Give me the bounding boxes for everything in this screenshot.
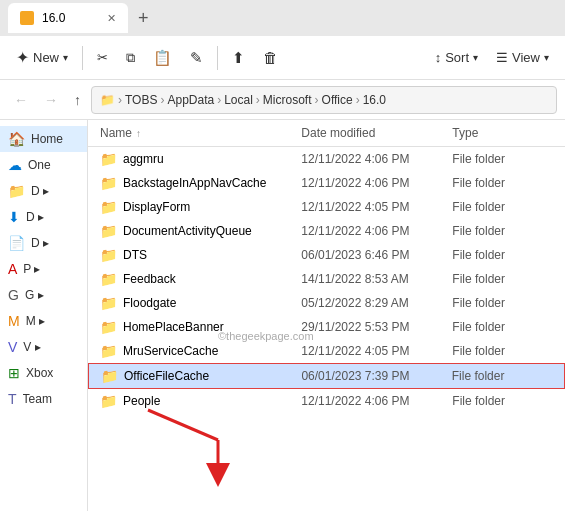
sidebar-item-one[interactable]: ☁ One bbox=[0, 152, 87, 178]
breadcrumb-local[interactable]: Local bbox=[224, 93, 253, 107]
sort-label: Sort bbox=[445, 50, 469, 65]
sidebar-item-p[interactable]: A P ▸ bbox=[0, 256, 87, 282]
file-type-cell: File folder bbox=[452, 272, 553, 286]
file-row[interactable]: 📁 Floodgate 05/12/2022 8:29 AM File fold… bbox=[88, 291, 565, 315]
toolbar-sep-2 bbox=[217, 46, 218, 70]
file-row[interactable]: 📁 DocumentActivityQueue 12/11/2022 4:06 … bbox=[88, 219, 565, 243]
file-row[interactable]: 📁 HomePlaceBanner 29/11/2022 5:53 PM Fil… bbox=[88, 315, 565, 339]
copy-icon: ⧉ bbox=[126, 50, 135, 66]
d1-icon: 📁 bbox=[8, 183, 25, 199]
file-row[interactable]: 📁 OfficeFileCache 06/01/2023 7:39 PM Fil… bbox=[88, 363, 565, 389]
breadcrumb-office[interactable]: Office bbox=[322, 93, 353, 107]
file-row[interactable]: 📁 aggmru 12/11/2022 4:06 PM File folder bbox=[88, 147, 565, 171]
team-icon: T bbox=[8, 391, 17, 407]
cut-button[interactable]: ✂ bbox=[89, 46, 116, 69]
file-date-cell: 12/11/2022 4:06 PM bbox=[301, 176, 452, 190]
home-icon: 🏠 bbox=[8, 131, 25, 147]
folder-icon: 📁 bbox=[100, 271, 117, 287]
file-row[interactable]: 📁 DisplayForm 12/11/2022 4:05 PM File fo… bbox=[88, 195, 565, 219]
sidebar-g-label: G ▸ bbox=[25, 288, 44, 302]
file-name-cell: 📁 People bbox=[100, 393, 301, 409]
folder-icon: 📁 bbox=[100, 175, 117, 191]
sidebar-item-xbox[interactable]: ⊞ Xbox bbox=[0, 360, 87, 386]
sidebar-item-d2[interactable]: ⬇ D ▸ bbox=[0, 204, 87, 230]
folder-icon: 📁 bbox=[100, 319, 117, 335]
sidebar-item-v[interactable]: V V ▸ bbox=[0, 334, 87, 360]
breadcrumb-tobs[interactable]: TOBS bbox=[125, 93, 157, 107]
breadcrumb-appdata[interactable]: AppData bbox=[167, 93, 214, 107]
sort-chevron-icon: ▾ bbox=[473, 52, 478, 63]
back-button[interactable]: ← bbox=[8, 88, 34, 112]
tab-close-btn[interactable]: ✕ bbox=[107, 12, 116, 25]
file-row[interactable]: 📁 People 12/11/2022 4:06 PM File folder bbox=[88, 389, 565, 413]
breadcrumb[interactable]: 📁 › TOBS › AppData › Local › Microsoft ›… bbox=[91, 86, 557, 114]
address-bar: ← → ↑ 📁 › TOBS › AppData › Local › Micro… bbox=[0, 80, 565, 120]
sidebar-item-team[interactable]: T Team bbox=[0, 386, 87, 412]
sort-button[interactable]: ↕ Sort ▾ bbox=[427, 46, 486, 69]
sidebar: 🏠 Home ☁ One 📁 D ▸ ⬇ D ▸ 📄 D ▸ A P ▸ G G… bbox=[0, 120, 88, 511]
sidebar-d2-label: D ▸ bbox=[26, 210, 44, 224]
rename-button[interactable]: ✎ bbox=[182, 45, 211, 71]
svg-line-1 bbox=[148, 410, 218, 440]
d2-icon: ⬇ bbox=[8, 209, 20, 225]
sort-icon: ↕ bbox=[435, 50, 442, 65]
file-type-cell: File folder bbox=[452, 320, 553, 334]
forward-button[interactable]: → bbox=[38, 88, 64, 112]
file-name-text: DTS bbox=[123, 248, 147, 262]
tab-16[interactable]: 16.0 ✕ bbox=[8, 3, 128, 33]
sidebar-item-g[interactable]: G G ▸ bbox=[0, 282, 87, 308]
delete-button[interactable]: 🗑 bbox=[255, 45, 286, 70]
file-date-cell: 12/11/2022 4:06 PM bbox=[301, 152, 452, 166]
file-row[interactable]: 📁 DTS 06/01/2023 6:46 PM File folder bbox=[88, 243, 565, 267]
file-date-cell: 05/12/2022 8:29 AM bbox=[301, 296, 452, 310]
file-date-cell: 12/11/2022 4:05 PM bbox=[301, 344, 452, 358]
v-icon: V bbox=[8, 339, 17, 355]
share-button[interactable]: ⬆ bbox=[224, 45, 253, 71]
folder-icon: 📁 bbox=[100, 343, 117, 359]
paste-icon: 📋 bbox=[153, 49, 172, 67]
folder-icon: 📁 bbox=[100, 295, 117, 311]
file-name-cell: 📁 MruServiceCache bbox=[100, 343, 301, 359]
sidebar-team-label: Team bbox=[23, 392, 52, 406]
file-row[interactable]: 📁 Feedback 14/11/2022 8:53 AM File folde… bbox=[88, 267, 565, 291]
file-name-cell: 📁 OfficeFileCache bbox=[101, 368, 301, 384]
file-row[interactable]: 📁 BackstageInAppNavCache 12/11/2022 4:06… bbox=[88, 171, 565, 195]
file-name-text: DisplayForm bbox=[123, 200, 190, 214]
sidebar-item-m[interactable]: M M ▸ bbox=[0, 308, 87, 334]
new-chevron-icon: ▾ bbox=[63, 52, 68, 63]
file-type-cell: File folder bbox=[452, 394, 553, 408]
sidebar-item-d3[interactable]: 📄 D ▸ bbox=[0, 230, 87, 256]
header-type: Type bbox=[452, 126, 553, 140]
breadcrumb-microsoft[interactable]: Microsoft bbox=[263, 93, 312, 107]
main-area: 🏠 Home ☁ One 📁 D ▸ ⬇ D ▸ 📄 D ▸ A P ▸ G G… bbox=[0, 120, 565, 511]
view-button[interactable]: ☰ View ▾ bbox=[488, 46, 557, 69]
new-icon: ✦ bbox=[16, 48, 29, 67]
file-name-cell: 📁 HomePlaceBanner bbox=[100, 319, 301, 335]
file-date-cell: 12/11/2022 4:06 PM bbox=[301, 394, 452, 408]
paste-button[interactable]: 📋 bbox=[145, 45, 180, 71]
file-name-text: DocumentActivityQueue bbox=[123, 224, 252, 238]
file-type-cell: File folder bbox=[452, 344, 553, 358]
sidebar-m-label: M ▸ bbox=[26, 314, 45, 328]
tab-label: 16.0 bbox=[42, 11, 65, 25]
file-name-cell: 📁 Feedback bbox=[100, 271, 301, 287]
rename-icon: ✎ bbox=[190, 49, 203, 67]
sidebar-item-d1[interactable]: 📁 D ▸ bbox=[0, 178, 87, 204]
breadcrumb-16[interactable]: 16.0 bbox=[363, 93, 386, 107]
new-button[interactable]: ✦ New ▾ bbox=[8, 44, 76, 71]
cut-icon: ✂ bbox=[97, 50, 108, 65]
file-date-cell: 06/01/2023 7:39 PM bbox=[301, 369, 451, 383]
new-tab-btn[interactable]: + bbox=[132, 8, 155, 29]
toolbar: ✦ New ▾ ✂ ⧉ 📋 ✎ ⬆ 🗑 ↕ Sort ▾ ☰ View ▾ bbox=[0, 36, 565, 80]
file-row[interactable]: 📁 MruServiceCache 12/11/2022 4:05 PM Fil… bbox=[88, 339, 565, 363]
p-icon: A bbox=[8, 261, 17, 277]
view-icon: ☰ bbox=[496, 50, 508, 65]
up-button[interactable]: ↑ bbox=[68, 88, 87, 112]
file-name-cell: 📁 aggmru bbox=[100, 151, 301, 167]
file-name-cell: 📁 DisplayForm bbox=[100, 199, 301, 215]
sidebar-item-home[interactable]: 🏠 Home bbox=[0, 126, 87, 152]
file-name-text: Feedback bbox=[123, 272, 176, 286]
copy-button[interactable]: ⧉ bbox=[118, 46, 143, 70]
file-list-header: Name ↑ Date modified Type bbox=[88, 120, 565, 147]
file-date-cell: 12/11/2022 4:05 PM bbox=[301, 200, 452, 214]
